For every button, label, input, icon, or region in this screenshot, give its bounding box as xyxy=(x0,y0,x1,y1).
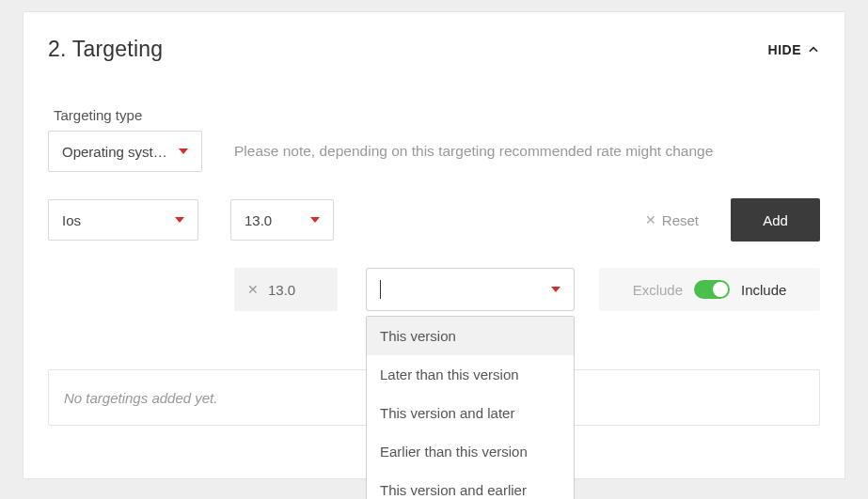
toggle-knob xyxy=(713,282,728,297)
reset-label: Reset xyxy=(662,212,699,228)
version-value: 13.0 xyxy=(245,212,272,228)
hide-label: HIDE xyxy=(768,42,801,57)
targeting-type-label: Targeting type xyxy=(54,107,820,123)
hide-button[interactable]: HIDE xyxy=(768,42,820,57)
version-chip: ✕ 13.0 xyxy=(234,268,338,311)
targeting-type-select[interactable]: Operating syst… xyxy=(48,131,202,172)
include-exclude-toggle: Exclude Include xyxy=(599,268,820,311)
os-value: Ios xyxy=(62,212,81,228)
add-button[interactable]: Add xyxy=(731,198,820,242)
chevron-down-icon xyxy=(551,287,560,292)
remove-chip-button[interactable]: ✕ xyxy=(247,282,259,297)
chevron-down-icon xyxy=(310,217,320,223)
close-icon: ✕ xyxy=(645,212,656,227)
chevron-down-icon xyxy=(175,217,184,223)
section-title: 2. Targeting xyxy=(48,37,163,62)
comparison-option[interactable]: This version and earlier xyxy=(367,471,574,499)
text-cursor xyxy=(380,280,381,299)
rate-note: Please note, depending on this targeting… xyxy=(234,143,713,160)
comparison-dropdown: This version Later than this version Thi… xyxy=(366,316,575,499)
os-select[interactable]: Ios xyxy=(48,199,198,241)
comparison-option[interactable]: Earlier than this version xyxy=(367,432,574,471)
card-body: Targeting type Operating syst… Please no… xyxy=(24,62,844,426)
card-header: 2. Targeting HIDE xyxy=(24,12,844,62)
empty-state-text: No targetings added yet. xyxy=(64,390,217,406)
include-label: Include xyxy=(741,282,786,298)
row-os-version: Ios 13.0 ✕ Reset Add xyxy=(48,198,820,242)
comparison-wrapper: This version Later than this version Thi… xyxy=(366,268,575,311)
comparison-option[interactable]: Later than this version xyxy=(367,355,574,394)
add-label: Add xyxy=(763,212,788,228)
toggle-switch[interactable] xyxy=(694,280,730,299)
comparison-option[interactable]: This version xyxy=(367,317,574,355)
targeting-type-value: Operating syst… xyxy=(62,144,167,160)
targeting-card: 2. Targeting HIDE Targeting type Operati… xyxy=(23,11,845,479)
exclude-label: Exclude xyxy=(633,282,683,298)
row-type: Operating syst… Please note, depending o… xyxy=(48,131,820,172)
comparison-option[interactable]: This version and later xyxy=(367,394,574,432)
comparison-select[interactable] xyxy=(366,268,575,311)
reset-button[interactable]: ✕ Reset xyxy=(645,212,699,228)
chip-value: 13.0 xyxy=(268,282,295,298)
version-select[interactable]: 13.0 xyxy=(230,199,334,241)
row-condition: ✕ 13.0 This version Later than this vers… xyxy=(48,268,820,311)
chevron-down-icon xyxy=(179,148,188,154)
chevron-up-icon xyxy=(807,43,820,56)
